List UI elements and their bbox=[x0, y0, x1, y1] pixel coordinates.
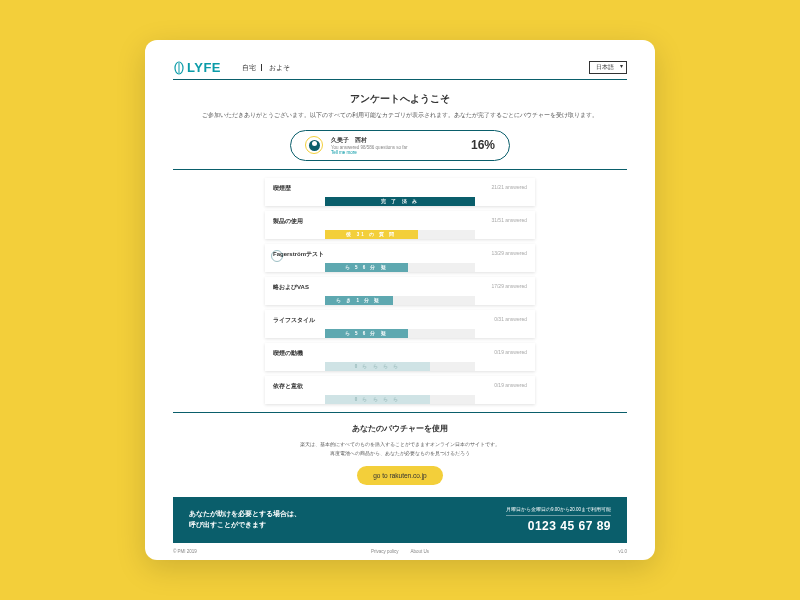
help-phone[interactable]: 0123 45 67 89 bbox=[506, 519, 611, 533]
nav-about[interactable]: およそ bbox=[264, 64, 295, 71]
section-title: 喫煙歴 bbox=[273, 184, 291, 193]
logo[interactable]: LYFE bbox=[173, 60, 221, 75]
footer-about[interactable]: About Us bbox=[411, 549, 430, 554]
help-line1: あなたが助けを必要とする場合は、 bbox=[189, 509, 301, 519]
sections-list: 喫煙歴21/21 answered完 了 済 み製品の使用31/51 answe… bbox=[265, 178, 535, 404]
section-card[interactable]: 依存と意欲0/19 answered0 ら ら ら ら bbox=[265, 376, 535, 404]
voucher-block: あなたのバウチャーを使用 楽天は、基本的にすべてのものを購入することができますオ… bbox=[173, 423, 627, 485]
language-value: 日本語 bbox=[596, 64, 614, 70]
footer-copyright: © PMI 2019 bbox=[173, 549, 197, 554]
divider bbox=[173, 169, 627, 170]
section-answered: 13/29 answered bbox=[491, 250, 527, 259]
footer-privacy[interactable]: Privacy policy bbox=[371, 549, 399, 554]
nav: 自宅 およそ bbox=[237, 63, 295, 73]
voucher-title: あなたのバウチャーを使用 bbox=[173, 423, 627, 434]
section-title: 略およびVAS bbox=[273, 283, 309, 292]
progress-fill: ら 5 6 分 疑 bbox=[325, 263, 408, 272]
header: LYFE 自宅 およそ 日本語 bbox=[173, 60, 627, 80]
section-card[interactable]: 製品の使用31/51 answered後 31 の 質 問 bbox=[265, 211, 535, 239]
section-card[interactable]: Fagerströmテスト13/29 answeredら 5 6 分 疑 bbox=[265, 244, 535, 272]
voucher-desc1: 楽天は、基本的にすべてのものを購入することができますオンライン日本のサイトです。 bbox=[173, 440, 627, 449]
progress-pill: 久美子 西村 You answered 98/586 questions so … bbox=[290, 130, 510, 161]
footer-version: v1.0 bbox=[618, 549, 627, 554]
progress-bar: 完 了 済 み bbox=[325, 197, 475, 206]
help-line2: 呼び出すことができます bbox=[189, 520, 301, 530]
section-answered: 17/29 answered bbox=[491, 283, 527, 292]
progress-bar: ら 5 6 分 疑 bbox=[325, 329, 475, 338]
section-title: ライフスタイル bbox=[273, 316, 315, 325]
progress-bar: ら 5 6 分 疑 bbox=[325, 263, 475, 272]
voucher-desc2: 再度電池への商品から、あなたが必要なものを見つけるだろう bbox=[173, 449, 627, 458]
progress-bar: 0 ら ら ら ら bbox=[325, 395, 475, 404]
app-card: LYFE 自宅 およそ 日本語 アンケートへようこそ ご参加いただきありがとうご… bbox=[145, 40, 655, 560]
user-name: 久美子 西村 bbox=[331, 136, 463, 145]
welcome-desc: ご参加いただきありがとうございます。以下のすべての利用可能なカテゴリが表示されま… bbox=[173, 111, 627, 120]
section-answered: 31/51 answered bbox=[491, 217, 527, 226]
progress-fill: 0 ら ら ら ら bbox=[325, 395, 430, 404]
progress-fill: ら 5 6 分 疑 bbox=[325, 329, 408, 338]
section-answered: 21/21 answered bbox=[491, 184, 527, 193]
section-card[interactable]: ライフスタイル0/31 answeredら 5 6 分 疑 bbox=[265, 310, 535, 338]
section-card[interactable]: 略およびVAS17/29 answeredら き 1 分 疑 bbox=[265, 277, 535, 305]
loading-icon bbox=[271, 250, 283, 262]
section-answered: 0/19 answered bbox=[494, 382, 527, 391]
section-title: 依存と意欲 bbox=[273, 382, 303, 391]
welcome-title: アンケートへようこそ bbox=[173, 92, 627, 106]
section-card[interactable]: 喫煙歴21/21 answered完 了 済 み bbox=[265, 178, 535, 206]
avatar bbox=[305, 136, 323, 154]
section-answered: 0/19 answered bbox=[494, 349, 527, 358]
footer: © PMI 2019 Privacy policy About Us v1.0 bbox=[173, 549, 627, 554]
welcome: アンケートへようこそ ご参加いただきありがとうございます。以下のすべての利用可能… bbox=[173, 92, 627, 120]
progress-link[interactable]: Tell me more bbox=[331, 150, 463, 155]
progress-fill: ら き 1 分 疑 bbox=[325, 296, 393, 305]
nav-home[interactable]: 自宅 bbox=[237, 64, 262, 71]
language-select[interactable]: 日本語 bbox=[589, 61, 627, 74]
progress-fill: 完 了 済 み bbox=[325, 197, 475, 206]
progress-bar: 0 ら ら ら ら bbox=[325, 362, 475, 371]
help-box: あなたが助けを必要とする場合は、 呼び出すことができます 月曜日から金曜日の9.… bbox=[173, 497, 627, 543]
logo-text: LYFE bbox=[187, 60, 221, 75]
progress-percent: 16% bbox=[471, 138, 495, 152]
section-card[interactable]: 喫煙の動機0/19 answered0 ら ら ら ら bbox=[265, 343, 535, 371]
section-title: 製品の使用 bbox=[273, 217, 303, 226]
progress-fill: 0 ら ら ら ら bbox=[325, 362, 430, 371]
section-title: 喫煙の動機 bbox=[273, 349, 303, 358]
progress-fill: 後 31 の 質 問 bbox=[325, 230, 418, 239]
help-hours: 月曜日から金曜日の9.00から20.00まで利用可能 bbox=[506, 507, 611, 516]
progress-bar: ら き 1 分 疑 bbox=[325, 296, 475, 305]
voucher-button[interactable]: go to rakuten.co.jp bbox=[357, 466, 442, 485]
divider bbox=[173, 412, 627, 413]
section-answered: 0/31 answered bbox=[494, 316, 527, 325]
progress-bar: 後 31 の 質 問 bbox=[325, 230, 475, 239]
